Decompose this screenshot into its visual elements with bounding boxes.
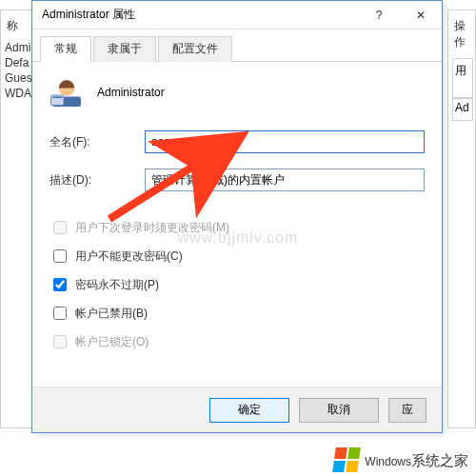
chk-cannot-change-box[interactable] [53,249,67,263]
help-button[interactable]: ? [358,1,400,30]
help-icon: ? [376,9,383,22]
description-input[interactable] [145,169,425,191]
cancel-button[interactable]: 取消 [299,398,379,423]
chk-disabled-label: 帐户已禁用(B) [75,306,148,322]
footer-logo: Windows系统之家 [334,447,468,472]
footer-text: Windows系统之家 [365,450,468,470]
chk-cannot-change-label: 用户不能更改密码(C) [75,248,183,265]
apply-button[interactable]: 应 [388,398,426,423]
button-row: 确定 取消 应 [32,387,442,432]
chk-must-change: 用户下次登录时须更改密码(M) [50,218,425,237]
titlebar: Administrator 属性 ? ✕ [32,1,442,30]
fullname-row: 全名(F): [50,130,425,153]
fullname-label: 全名(F): [50,134,145,150]
ok-button[interactable]: 确定 [209,398,289,423]
title-text: Administrator 属性 [42,7,135,23]
chk-locked: 帐户已锁定(O) [50,332,425,351]
tab-memberof[interactable]: 隶属于 [93,36,156,62]
description-row: 描述(D): [50,169,425,191]
close-icon: ✕ [416,9,426,22]
user-icon [50,75,84,109]
bg-right-header: 操作 [448,18,475,56]
windows-icon [332,447,361,472]
properties-dialog: Administrator 属性 ? ✕ 常规 隶属于 配置文件 Admin [31,0,443,433]
description-label: 描述(D): [50,172,145,188]
fullname-input[interactable] [145,130,425,153]
bg-right-panel: 操作 用 Ad [447,10,476,428]
chk-locked-box [53,335,67,348]
chk-locked-label: 帐户已锁定(O) [75,334,149,350]
tab-profile[interactable]: 配置文件 [158,36,232,62]
tab-strip: 常规 隶属于 配置文件 [32,30,442,62]
chk-never-expire-box[interactable] [53,278,67,291]
tab-general[interactable]: 常规 [40,36,91,62]
chk-never-expire[interactable]: 密码永不过期(P) [50,275,425,294]
chk-must-change-label: 用户下次登录时须更改密码(M) [75,220,229,236]
footer-brand: Windows [365,455,411,468]
tab-content: Administrator 全名(F): 描述(D): 用户下次登录时须更改密码… [32,62,442,374]
username-text: Administrator [97,86,165,99]
chk-disabled-box[interactable] [53,307,67,320]
chk-must-change-box [53,221,67,234]
dialog-title: Administrator 属性 [42,7,358,23]
close-button[interactable]: ✕ [400,1,442,30]
chk-never-expire-label: 密码永不过期(P) [75,277,159,293]
chk-cannot-change[interactable]: 用户不能更改密码(C) [50,247,425,266]
identity-row: Administrator [50,75,425,109]
svg-rect-3 [52,97,63,99]
bg-right-cell: 用 [452,58,473,98]
bg-right-cell: Ad [452,98,473,121]
footer-suffix: 系统之家 [411,452,468,468]
checkbox-group: 用户下次登录时须更改密码(M) 用户不能更改密码(C) 密码永不过期(P) 帐户… [50,218,425,351]
chk-disabled[interactable]: 帐户已禁用(B) [50,304,425,323]
